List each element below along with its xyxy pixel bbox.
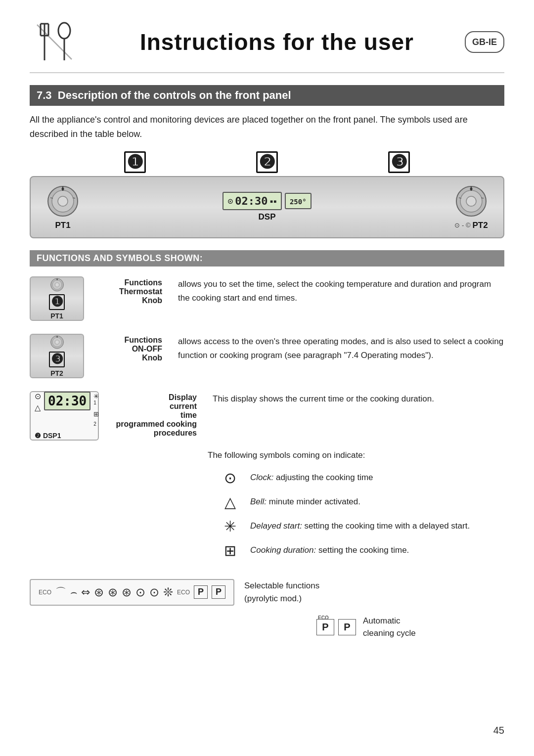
dsp-icon-box: ⊙ △ 02:30 ✳ 1 ⊞ 2 ❷ DSP1 — [30, 391, 99, 441]
svg-point-11 — [58, 196, 68, 206]
svg-point-32 — [56, 336, 57, 337]
p-eco-box: ECO P — [316, 619, 334, 635]
eco-sup: ECO — [318, 615, 329, 621]
page-number: 45 — [493, 725, 504, 736]
pt1-func-knob — [44, 277, 71, 292]
pt1-term-knob: Knob — [142, 296, 162, 305]
dsp-screen-left: ⊙ 02:30 ▪▪ — [222, 192, 282, 210]
dsp-display-box: ⊙ 02:30 ▪▪ 250° — [222, 192, 311, 210]
sel-icon-2: ⌢ — [70, 586, 77, 599]
func-row-pt1: ❶ PT1 Functions Thermostat Knob allows y… — [30, 276, 504, 321]
sel-icon-7: ⊙ — [135, 585, 145, 599]
sel-p-1: P — [194, 585, 208, 599]
sel-icon-4: ⊛ — [94, 585, 104, 599]
pt1-term-functions: Functions — [125, 278, 162, 287]
panel-num-3: ❸ — [388, 151, 410, 173]
sel-icon-8: ⊙ — [149, 585, 159, 599]
panel-number-row: ❶ ❷ ❸ — [30, 151, 504, 173]
func-row-pt2: ❸ PT2 Functions ON-OFF Knob allows acces… — [30, 334, 504, 378]
header: Instructions for the user GB-IE — [30, 20, 504, 73]
pt1-knob-icon — [45, 184, 80, 219]
svg-point-27 — [56, 279, 57, 280]
pt2-term-onoff: ON-OFF — [132, 345, 162, 354]
pt2-label: PT2 — [472, 221, 488, 230]
symbol-row-clock: ⊙ Clock: adjusting the cooking time — [218, 469, 504, 487]
dsp-screen-row: ⊙ 02:30 ▪▪ 250° — [222, 192, 311, 210]
dsp-flame-2: ⊞ 2 — [93, 410, 99, 427]
pt2-func-label: PT2 — [50, 369, 63, 377]
intro-text: All the appliance's control and monitori… — [30, 113, 504, 141]
dsp-term-group: Display current time programmed cooking … — [109, 391, 203, 438]
dsp-right-symbols: ✳ 1 ⊞ 2 — [93, 392, 99, 427]
clock-symbol-text: Clock: adjusting the cooking time — [250, 471, 373, 484]
dsp-term-prog: programmed cooking — [116, 420, 197, 429]
symbol-row-duration: ⊞ Cooking duration: setting the cooking … — [218, 542, 504, 559]
delayed-symbol-icon: ✳ — [218, 518, 242, 535]
symbol-row-delayed: ✳ Delayed start: setting the cooking tim… — [218, 518, 504, 535]
pt1-group: PT1 — [45, 184, 80, 230]
pt2-group: ⊙ - © PT2 — [454, 184, 489, 230]
dsp-term-display: Display — [169, 393, 197, 402]
auto-clean-label: Automaticcleaning cycle — [363, 615, 416, 640]
sel-icon-9: ❊ — [163, 585, 173, 599]
p-box-2: P — [338, 619, 356, 635]
panel-num-1: ❶ — [124, 151, 146, 173]
sel-icon-1: ⌒ — [55, 585, 66, 600]
pt2-badge: ❸ — [49, 352, 65, 367]
delayed-symbol-text: Delayed start: setting the cooking time … — [250, 520, 470, 533]
dsp-func-row: ⊙ △ 02:30 ✳ 1 ⊞ 2 ❷ DSP1 Display current… — [30, 391, 504, 441]
pt1-func-label: PT1 — [50, 312, 63, 320]
dsp-icon-inner: ⊙ △ 02:30 ✳ 1 ⊞ 2 — [35, 392, 94, 427]
pt1-term-group: Functions Thermostat Knob — [94, 276, 168, 305]
svg-point-13 — [62, 187, 64, 190]
dsp-time-value: 02:30 — [235, 195, 267, 207]
pt2-func-knob — [44, 335, 71, 350]
panel-num-2: ❷ — [256, 151, 278, 173]
pt2-term-group: Functions ON-OFF Knob — [94, 334, 168, 362]
sel-icon-3: ⇔ — [81, 586, 90, 599]
svg-point-30 — [55, 340, 59, 344]
pt2-knob-icon — [454, 184, 489, 219]
selectable-label-text: Selectable functions(pyrolytic mod.) — [244, 579, 319, 605]
symbol-list: ⊙ Clock: adjusting the cooking time △ Be… — [218, 469, 504, 559]
dsp-term-procs: procedures — [154, 429, 197, 438]
pt2-label-row: ⊙ - © PT2 — [454, 221, 488, 230]
auto-p-boxes: ECO P P — [316, 619, 356, 635]
eco-label-small: ECO — [39, 589, 51, 596]
svg-point-6 — [58, 23, 70, 39]
eco-label-small-2: ECO — [177, 589, 190, 596]
control-panel-graphic: PT1 ⊙ 02:30 ▪▪ 250° — [30, 176, 504, 238]
svg-line-15 — [73, 198, 75, 198]
dsp-group: ⊙ 02:30 ▪▪ 250° DSP — [222, 192, 311, 222]
diagram-wrapper: ❶ ❷ ❸ PT1 — [30, 151, 504, 238]
following-text: The following symbols coming on indicate… — [208, 450, 504, 460]
pt2-term-functions: Functions — [125, 336, 162, 345]
pt2-icon-box: ❸ PT2 — [30, 334, 84, 378]
symbol-row-bell: △ Bell: minute minder activated. — [218, 493, 504, 511]
gb-ie-badge: GB-IE — [465, 31, 504, 53]
clock-symbol-icon: ⊙ — [218, 469, 242, 487]
dsp-term-current: current — [170, 402, 197, 411]
dsp-temp-value: 250° — [290, 198, 307, 206]
selectable-icons-box: ECO ⌒ ⌢ ⇔ ⊛ ⊛ ⊛ ⊙ ⊙ ❊ ECO P P — [30, 579, 234, 606]
section-title: Description of the controls on the front… — [58, 89, 291, 101]
header-logo — [30, 20, 79, 64]
sel-icon-6: ⊛ — [122, 585, 132, 599]
dsp2-label: ❷ DSP1 — [35, 432, 61, 440]
p-label-1: P — [322, 622, 328, 633]
dsp-left-symbols: ⊙ △ — [35, 392, 41, 412]
section-number: 7.3 — [37, 89, 52, 101]
svg-point-20 — [470, 187, 473, 190]
dsp-term-time: time — [180, 411, 197, 420]
pt1-badge: ❶ — [49, 294, 65, 310]
pt2-func-text: allows access to the oven's three operat… — [178, 334, 504, 362]
dsp-time-display: ⊙ — [227, 196, 233, 206]
selectable-functions-row: ECO ⌒ ⌢ ⇔ ⊛ ⊛ ⊛ ⊙ ⊙ ❊ ECO P P Selectable… — [30, 579, 504, 606]
dsp-flame-1: ✳ 1 — [93, 393, 99, 408]
duration-symbol-text: Cooking duration: setting the cooking ti… — [250, 544, 409, 557]
functions-heading: FUNCTIONS AND SYMBOLS SHOWN: — [30, 250, 504, 267]
svg-line-8 — [37, 25, 72, 59]
pt1-label: PT1 — [55, 221, 70, 230]
dsp-label: DSP — [259, 212, 276, 222]
pt1-term-thermostat: Thermostat — [119, 287, 162, 296]
